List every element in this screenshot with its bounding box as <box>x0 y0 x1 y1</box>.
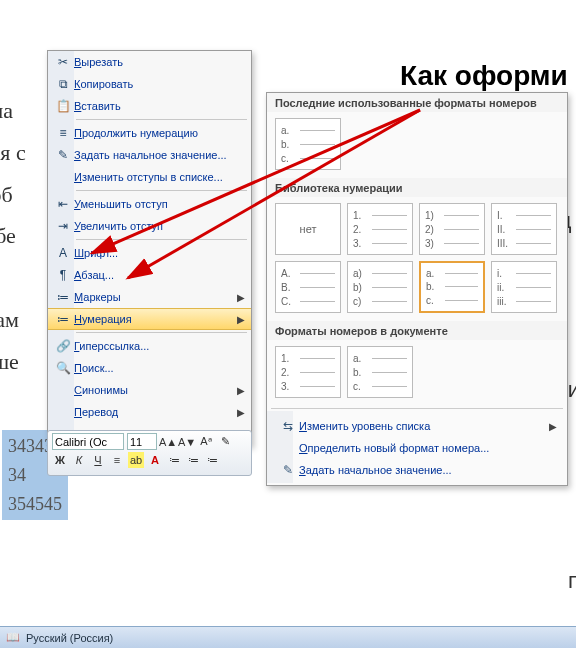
submenu-arrow-icon: ▶ <box>237 385 245 396</box>
menu-icon: A <box>52 244 74 262</box>
status-bar: 📖 Русский (Россия) <box>0 626 576 648</box>
menu-item-поиск-[interactable]: 🔍Поиск... <box>48 357 251 379</box>
gallery-footer-item[interactable]: ✎Задать начальное значение... <box>271 459 563 481</box>
menu-icon: ⇥ <box>52 217 74 235</box>
footer-icon: ✎ <box>277 463 299 477</box>
menu-icon <box>52 403 74 421</box>
footer-label: Изменить уровень списка <box>299 420 549 432</box>
numbering-thumb[interactable]: a.b.c. <box>347 346 413 398</box>
font-color-button[interactable]: A <box>147 452 163 468</box>
menu-icon: 🔍 <box>52 359 74 377</box>
doc-body-fragment: одна отся с чтоб выбе е сам ивше <box>0 90 26 383</box>
align-center-button[interactable]: ≡ <box>109 452 125 468</box>
change-case-button[interactable]: Aᵃ <box>198 434 214 450</box>
highlight-button[interactable]: ab <box>128 452 144 468</box>
underline-button[interactable]: Ч <box>90 452 106 468</box>
doc-title-fragment: Как оформи <box>400 60 568 92</box>
numbering-button[interactable]: ≔ <box>204 452 220 468</box>
numbering-thumb[interactable]: a.b.c. <box>419 261 485 313</box>
footer-label: Определить новый формат номера... <box>299 442 557 454</box>
menu-label: Маркеры <box>74 291 233 303</box>
menu-label: Вырезать <box>74 56 245 68</box>
grow-font-button[interactable]: A▲ <box>160 434 176 450</box>
mini-toolbar: A▲ A▼ Aᵃ ✎ Ж К Ч ≡ ab A ≔ ≔ ≔ <box>47 430 252 476</box>
menu-item-увеличить-отступ[interactable]: ⇥Увеличить отступ <box>48 215 251 237</box>
menu-item-синонимы[interactable]: Синонимы▶ <box>48 379 251 401</box>
menu-item-гиперссылка-[interactable]: 🔗Гиперссылка... <box>48 335 251 357</box>
gallery-footer-item[interactable]: Определить новый формат номера... <box>271 437 563 459</box>
numbering-thumb[interactable]: i.ii.iii. <box>491 261 557 313</box>
language-status[interactable]: Русский (Россия) <box>26 632 113 644</box>
menu-label: Уменьшить отступ <box>74 198 245 210</box>
menu-item-нумерация[interactable]: ≔Нумерация▶ <box>48 308 251 330</box>
numbering-gallery: Последние использованные форматы номеров… <box>266 92 568 486</box>
menu-item-вырезать[interactable]: ✂Вырезать <box>48 51 251 73</box>
gallery-section-recent: Последние использованные форматы номеров <box>267 93 567 112</box>
numbering-thumb[interactable]: нет <box>275 203 341 255</box>
decrease-indent-button[interactable]: ≔ <box>166 452 182 468</box>
gallery-section-document: Форматы номеров в документе <box>267 321 567 340</box>
menu-icon: ≡ <box>52 124 74 142</box>
gallery-section-library: Библиотека нумерации <box>267 178 567 197</box>
menu-label: Нумерация <box>74 313 233 325</box>
font-size-field[interactable] <box>127 433 157 450</box>
bullets-button[interactable]: ≔ <box>185 452 201 468</box>
menu-icon: 🔗 <box>52 337 74 355</box>
menu-icon: ⧉ <box>52 75 74 93</box>
menu-icon: 📋 <box>52 97 74 115</box>
footer-label: Задать начальное значение... <box>299 464 557 476</box>
bold-button[interactable]: Ж <box>52 452 68 468</box>
menu-item-перевод[interactable]: Перевод▶ <box>48 401 251 423</box>
menu-icon: ✎ <box>52 146 74 164</box>
menu-icon <box>52 381 74 399</box>
menu-label: Вставить <box>74 100 245 112</box>
italic-button[interactable]: К <box>71 452 87 468</box>
menu-icon: ¶ <box>52 266 74 284</box>
numbering-thumb[interactable]: 1.2.3. <box>275 346 341 398</box>
submenu-arrow-icon: ▶ <box>549 421 557 432</box>
menu-label: Увеличить отступ <box>74 220 245 232</box>
menu-label: Синонимы <box>74 384 233 396</box>
menu-label: Перевод <box>74 406 233 418</box>
menu-icon: ≔ <box>52 310 74 328</box>
spellcheck-icon[interactable]: 📖 <box>6 631 20 644</box>
shrink-font-button[interactable]: A▼ <box>179 434 195 450</box>
menu-label: Продолжить нумерацию <box>74 127 245 139</box>
menu-item-изменить-отступы-в-списке-[interactable]: Изменить отступы в списке... <box>48 166 251 188</box>
menu-label: Абзац... <box>74 269 245 281</box>
menu-item-продолжить-нумерацию[interactable]: ≡Продолжить нумерацию <box>48 122 251 144</box>
context-menu: ✂Вырезать⧉Копировать📋Вставить≡Продолжить… <box>47 50 252 446</box>
menu-item-задать-начальное-значение-[interactable]: ✎Задать начальное значение... <box>48 144 251 166</box>
menu-item-шрифт-[interactable]: AШрифт... <box>48 242 251 264</box>
menu-item-абзац-[interactable]: ¶Абзац... <box>48 264 251 286</box>
menu-item-копировать[interactable]: ⧉Копировать <box>48 73 251 95</box>
font-family-field[interactable] <box>52 433 124 450</box>
menu-icon: ✂ <box>52 53 74 71</box>
menu-icon <box>52 168 74 186</box>
footer-icon: ⇆ <box>277 419 299 433</box>
numbering-thumb[interactable]: a)b)c) <box>347 261 413 313</box>
menu-label: Гиперссылка... <box>74 340 245 352</box>
menu-label: Изменить отступы в списке... <box>74 171 245 183</box>
menu-icon: ⇤ <box>52 195 74 213</box>
menu-icon: ≔ <box>52 288 74 306</box>
numbering-thumb[interactable]: a.b.c. <box>275 118 341 170</box>
menu-label: Шрифт... <box>74 247 245 259</box>
numbering-thumb[interactable]: A.B.C. <box>275 261 341 313</box>
submenu-arrow-icon: ▶ <box>237 407 245 418</box>
menu-label: Копировать <box>74 78 245 90</box>
format-painter-button[interactable]: ✎ <box>217 434 233 450</box>
menu-item-маркеры[interactable]: ≔Маркеры▶ <box>48 286 251 308</box>
gallery-footer-item[interactable]: ⇆Изменить уровень списка▶ <box>271 415 563 437</box>
menu-label: Поиск... <box>74 362 245 374</box>
numbering-thumb[interactable]: I.II.III. <box>491 203 557 255</box>
numbering-thumb[interactable]: 1.2.3. <box>347 203 413 255</box>
numbering-thumb[interactable]: 1)2)3) <box>419 203 485 255</box>
menu-label: Задать начальное значение... <box>74 149 245 161</box>
submenu-arrow-icon: ▶ <box>237 314 245 325</box>
menu-item-уменьшить-отступ[interactable]: ⇤Уменьшить отступ <box>48 193 251 215</box>
menu-item-вставить[interactable]: 📋Вставить <box>48 95 251 117</box>
submenu-arrow-icon: ▶ <box>237 292 245 303</box>
